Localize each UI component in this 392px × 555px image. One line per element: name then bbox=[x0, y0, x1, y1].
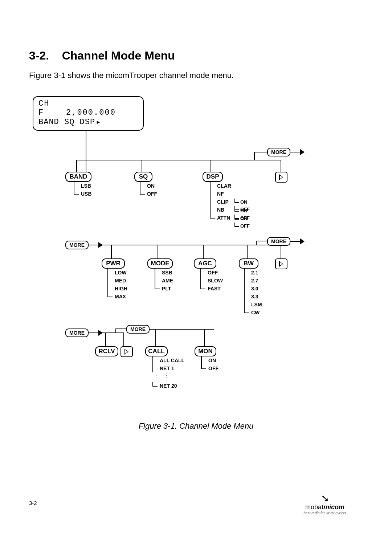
connector bbox=[76, 160, 281, 160]
mode-button[interactable]: MODE bbox=[147, 258, 173, 269]
connector bbox=[123, 332, 124, 347]
connector bbox=[247, 245, 248, 259]
lcd-line-1: CH bbox=[38, 99, 138, 108]
pwr-options: LOW MED HIGH MAX bbox=[107, 269, 127, 301]
connector bbox=[281, 245, 281, 259]
heading-text: Channel Mode Menu bbox=[62, 49, 175, 62]
band-button[interactable]: BAND bbox=[65, 172, 91, 182]
connector bbox=[102, 245, 281, 245]
connector bbox=[76, 160, 77, 172]
connector bbox=[111, 245, 112, 259]
connector bbox=[155, 329, 156, 347]
connector bbox=[115, 328, 126, 329]
next-page-button-row3[interactable] bbox=[121, 346, 133, 357]
arrow-right-icon bbox=[290, 152, 304, 152]
sq-options: ON OFF bbox=[140, 182, 157, 198]
connector bbox=[211, 160, 211, 172]
lcd-root-box: CH F 2,000.000 BAND SQ DSP▸ bbox=[33, 96, 144, 131]
mon-button[interactable]: MON bbox=[195, 346, 216, 356]
more-inner-row3[interactable]: MORE bbox=[126, 325, 150, 334]
logo-text-right: micom bbox=[323, 503, 344, 511]
connector bbox=[105, 332, 106, 347]
connector bbox=[158, 245, 158, 259]
bw-options: 2.1 2.7 3.0 3.3 LSM CW bbox=[244, 269, 262, 317]
arrow-right-icon bbox=[88, 245, 102, 245]
arrow-right-icon bbox=[88, 332, 102, 333]
next-page-button-row2[interactable] bbox=[275, 258, 287, 269]
pwr-button[interactable]: PWR bbox=[102, 258, 125, 269]
mon-options: ON OFF bbox=[201, 356, 219, 372]
logo-tagline: best radio for worst events bbox=[289, 511, 361, 515]
footer-divider bbox=[44, 504, 254, 504]
dsp-attn-options: ON OFF bbox=[234, 215, 250, 230]
ellipsis-icon: ⋮ ⋮ bbox=[154, 373, 170, 378]
section-heading: 3-2. Channel Mode Menu bbox=[29, 49, 175, 62]
connector bbox=[254, 152, 255, 160]
page-number: 3-2 bbox=[29, 500, 37, 506]
agc-button[interactable]: AGC bbox=[194, 258, 216, 269]
heading-number: 3-2. bbox=[29, 49, 49, 62]
more-button-row2[interactable]: MORE bbox=[267, 237, 290, 246]
arrow-right-icon bbox=[290, 241, 304, 242]
triangle-right-icon: ▸ bbox=[96, 117, 101, 127]
band-options: LSB USB bbox=[74, 182, 92, 198]
connector bbox=[86, 130, 86, 172]
page: 3-2. Channel Mode Menu Figure 3-1 shows … bbox=[0, 0, 392, 555]
connector bbox=[281, 160, 281, 172]
connector bbox=[142, 160, 142, 172]
connector bbox=[204, 329, 205, 347]
mode-options: SSB AME PLT bbox=[155, 269, 173, 293]
intro-text: Figure 3-1 shows the micomTrooper channe… bbox=[29, 71, 234, 80]
agc-options: OFF SLOW FAST bbox=[200, 269, 223, 293]
lcd-line-2: F 2,000.000 bbox=[38, 108, 138, 117]
dsp-options: CLAR NF CLIP NB ATTN bbox=[210, 182, 231, 222]
figure-channel-mode-menu: CH F 2,000.000 BAND SQ DSP▸ MORE BAND SQ… bbox=[29, 96, 363, 416]
connector bbox=[256, 241, 267, 241]
brand-logo: ➘ mobatmicom best radio for worst events bbox=[289, 493, 361, 515]
more-button-row1[interactable]: MORE bbox=[267, 148, 290, 156]
next-page-button-row1[interactable] bbox=[275, 172, 287, 183]
lcd-line-3: BAND SQ DSP▸ bbox=[38, 117, 138, 127]
dsp-button[interactable]: DSP bbox=[203, 172, 223, 182]
more-prefix-row2[interactable]: MORE bbox=[65, 241, 89, 249]
call-button[interactable]: CALL bbox=[145, 346, 168, 356]
rclv-button[interactable]: RCLV bbox=[95, 346, 118, 356]
logo-swoosh-icon: ➘ bbox=[289, 493, 361, 503]
sq-button[interactable]: SQ bbox=[134, 172, 152, 182]
bw-button[interactable]: BW bbox=[239, 258, 258, 269]
more-prefix-row3[interactable]: MORE bbox=[65, 328, 89, 337]
connector bbox=[254, 152, 267, 152]
logo-text-left: mobat bbox=[305, 503, 323, 511]
figure-caption: Figure 3-1. Channel Mode Menu bbox=[29, 421, 363, 431]
connector bbox=[203, 245, 204, 259]
